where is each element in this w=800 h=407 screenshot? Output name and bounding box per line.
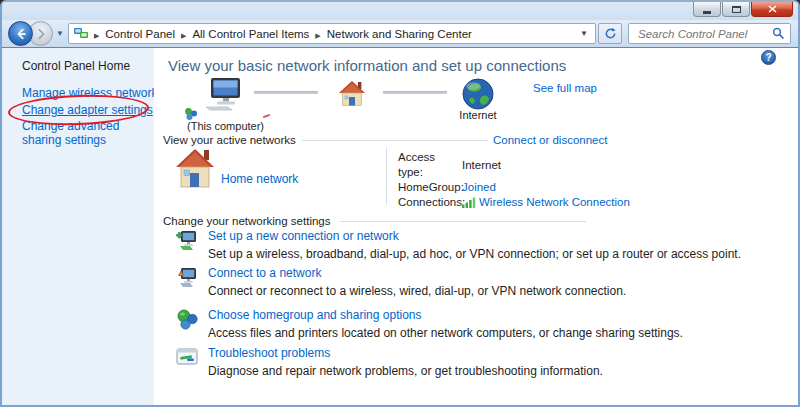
this-computer-icon[interactable]: [206, 78, 244, 111]
network-center-icon: [74, 27, 88, 40]
detail-row-connections: Connections: Wireless Network Connection: [398, 195, 630, 210]
new-connection-icon[interactable]: [176, 230, 198, 251]
homegroup-options-link[interactable]: Choose homegroup and sharing options: [208, 308, 683, 322]
sidebar-item-change-adapter-settings[interactable]: Change adapter settings: [22, 103, 153, 117]
troubleshoot-desc: Diagnose and repair network problems, or…: [208, 364, 603, 378]
back-arrow-icon: [14, 27, 28, 41]
wireless-signal-icon: [462, 197, 476, 208]
back-button[interactable]: [8, 21, 33, 46]
address-bar[interactable]: Control Panel All Control Panel Items Ne…: [68, 23, 596, 44]
active-network-details: Access type: Internet HomeGroup: Joined …: [398, 150, 630, 210]
search-box[interactable]: [628, 23, 791, 44]
titlebar[interactable]: [2, 2, 798, 20]
detail-value: Internet: [462, 150, 501, 180]
section-rule: [302, 140, 488, 141]
detail-row-access-type: Access type: Internet: [398, 150, 630, 180]
task-pane-sidebar: Control Panel Home Manage wireless netwo…: [2, 48, 154, 405]
breadcrumb-network-sharing[interactable]: Network and Sharing Center: [327, 28, 472, 40]
task-connect-network: Connect to a network Connect or reconnec…: [176, 266, 626, 298]
sidebar-item-control-panel-home[interactable]: Control Panel Home: [22, 59, 130, 73]
map-link-line: [383, 91, 447, 94]
task-homegroup-options: Choose homegroup and sharing options Acc…: [176, 308, 683, 340]
troubleshoot-link[interactable]: Troubleshoot problems: [208, 346, 603, 360]
home-network-link[interactable]: Home network: [221, 172, 298, 186]
recent-pages-dropdown[interactable]: ▼: [56, 29, 64, 38]
breadcrumb-all-items[interactable]: All Control Panel Items: [192, 28, 309, 40]
homegroup-icon[interactable]: [176, 309, 198, 330]
home-network-map-icon[interactable]: [338, 80, 366, 107]
breadcrumb-separator-icon: [309, 28, 326, 40]
troubleshoot-icon[interactable]: [176, 347, 198, 367]
detail-label: Connections:: [398, 195, 462, 210]
wireless-connection-link[interactable]: Wireless Network Connection: [479, 195, 630, 210]
maximize-icon: [732, 6, 741, 13]
task-setup-connection: Set up a new connection or network Set u…: [176, 229, 741, 261]
map-link-line: [254, 91, 318, 94]
refresh-icon: [604, 27, 617, 40]
connect-network-desc: Connect or reconnect to a wireless, wire…: [208, 284, 626, 298]
homegroup-options-desc: Access files and printers located on oth…: [208, 326, 683, 340]
breadcrumb-separator-icon: [175, 28, 192, 40]
search-input[interactable]: [636, 27, 772, 41]
connect-disconnect-link[interactable]: Connect or disconnect: [493, 134, 607, 146]
this-computer-label: (This computer): [187, 120, 264, 132]
main-pane: View your basic network information and …: [154, 48, 798, 405]
connect-network-icon[interactable]: [176, 267, 198, 288]
explorer-window: ▼ Control Panel All Control Panel Items …: [0, 0, 800, 407]
panel-divider: [386, 148, 387, 205]
section-rule: [340, 221, 586, 222]
breadcrumb-separator-icon: [88, 28, 105, 40]
internet-globe-icon[interactable]: [462, 78, 494, 110]
setup-connection-link[interactable]: Set up a new connection or network: [208, 229, 741, 243]
homegroup-joined-link[interactable]: Joined: [462, 180, 496, 195]
minimize-button[interactable]: [693, 2, 721, 17]
detail-label: Access type:: [398, 150, 462, 180]
breadcrumb-control-panel[interactable]: Control Panel: [105, 28, 175, 40]
address-dropdown-icon[interactable]: ▼: [578, 29, 590, 38]
close-button[interactable]: [751, 2, 793, 17]
homegroup-mini-icon: [184, 107, 198, 121]
networking-settings-header: Change your networking settings: [163, 215, 331, 227]
close-icon: [768, 5, 777, 13]
see-full-map-link[interactable]: See full map: [533, 82, 597, 94]
sidebar-item-advanced-sharing[interactable]: Change advanced sharing settings: [22, 119, 144, 147]
task-troubleshoot: Troubleshoot problems Diagnose and repai…: [176, 346, 603, 378]
sidebar-item-manage-wireless[interactable]: Manage wireless networks: [22, 86, 163, 100]
detail-row-homegroup: HomeGroup: Joined: [398, 180, 630, 195]
connect-network-link[interactable]: Connect to a network: [208, 266, 626, 280]
annotation-red-mark: [263, 114, 270, 118]
minimize-icon: [703, 11, 711, 14]
maximize-button[interactable]: [722, 2, 750, 17]
forward-arrow-icon: [34, 27, 48, 41]
setup-connection-desc: Set up a wireless, broadband, dial-up, a…: [208, 247, 741, 261]
search-icon[interactable]: [772, 27, 785, 40]
active-networks-header: View your active networks: [163, 134, 296, 146]
active-network-house-icon[interactable]: [175, 147, 216, 189]
navigation-bar: ▼ Control Panel All Control Panel Items …: [2, 20, 798, 48]
window-controls: [693, 2, 793, 17]
page-title: View your basic network information and …: [168, 57, 566, 74]
refresh-button[interactable]: [598, 23, 622, 44]
detail-label: HomeGroup:: [398, 180, 462, 195]
internet-label: Internet: [448, 109, 508, 121]
help-icon[interactable]: ?: [761, 50, 776, 65]
